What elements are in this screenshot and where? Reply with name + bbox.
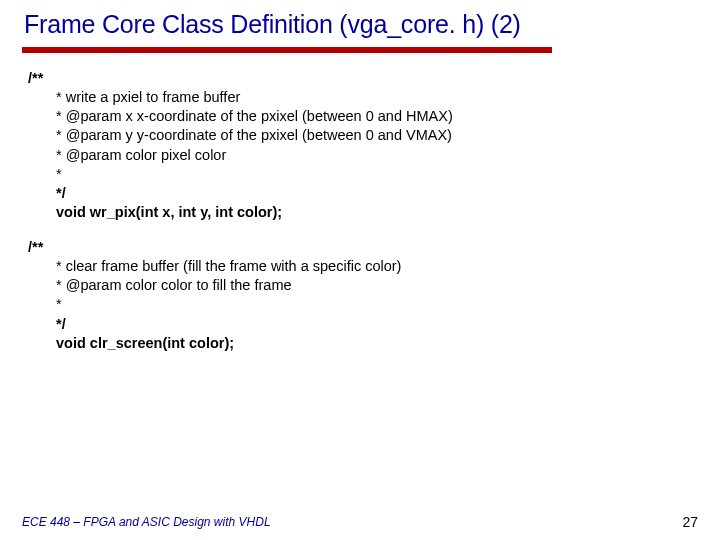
comment-line: * [28, 295, 692, 314]
comment-close: */ [28, 184, 692, 203]
slide-title: Frame Core Class Definition (vga_core. h… [0, 0, 720, 47]
comment-line: * @param x x-coordinate of the pxixel (b… [28, 107, 692, 126]
fn-decl-wr-pix: void wr_pix(int x, int y, int color); [28, 203, 692, 222]
code-block-clr-screen: /** * clear frame buffer (fill the frame… [28, 238, 692, 353]
comment-line: * write a pxiel to frame buffer [28, 88, 692, 107]
comment-close: */ [28, 315, 692, 334]
comment-open: /** [28, 69, 692, 88]
slide-footer: ECE 448 – FPGA and ASIC Design with VHDL… [22, 514, 698, 530]
comment-open: /** [28, 238, 692, 257]
comment-line: * @param y y-coordinate of the pxixel (b… [28, 126, 692, 145]
fn-decl-clr-screen: void clr_screen(int color); [28, 334, 692, 353]
comment-line: * [28, 165, 692, 184]
comment-line: * clear frame buffer (fill the frame wit… [28, 257, 692, 276]
page-number: 27 [682, 514, 698, 530]
footer-course: ECE 448 – FPGA and ASIC Design with VHDL [22, 515, 271, 529]
comment-line: * @param color color to fill the frame [28, 276, 692, 295]
slide-body: /** * write a pxiel to frame buffer * @p… [0, 53, 720, 353]
comment-line: * @param color pixel color [28, 146, 692, 165]
code-block-wr-pix: /** * write a pxiel to frame buffer * @p… [28, 69, 692, 222]
